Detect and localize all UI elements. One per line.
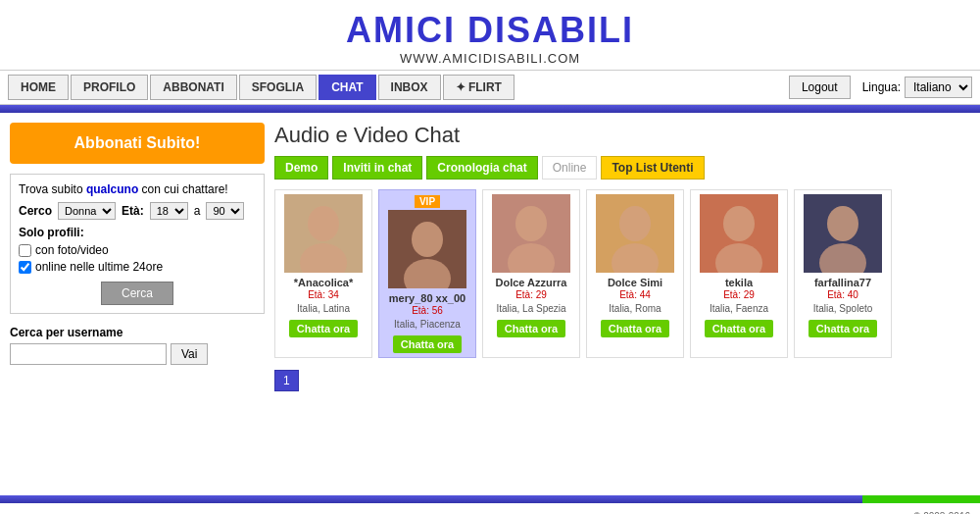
user-name-1: mery_80 xx_00: [383, 292, 471, 304]
tab-inviti[interactable]: Inviti in chat: [332, 156, 422, 180]
tab-cronologia[interactable]: Cronologia chat: [426, 156, 537, 180]
search-box: Trova subito qualcuno con cui chattare! …: [10, 174, 265, 314]
cerco-select[interactable]: Donna Uomo: [58, 202, 116, 220]
svg-point-7: [515, 206, 547, 241]
vai-button[interactable]: Vai: [171, 343, 208, 365]
search-intro: Trova subito qualcuno con cui chattare!: [19, 182, 256, 196]
tab-online[interactable]: Online: [542, 156, 598, 180]
filter-foto-label: con foto/video: [35, 243, 109, 257]
username-search: Cerca per username Vai: [10, 326, 265, 365]
user-info-4: Età: 29Italia, Faenza: [695, 288, 783, 316]
subscribe-button[interactable]: Abbonati Subito!: [10, 123, 265, 164]
lingua-select[interactable]: Italiano: [905, 77, 972, 98]
svg-point-16: [827, 206, 858, 241]
page-1[interactable]: 1: [274, 370, 299, 391]
user-card-1: VIP mery_80 xx_00 Età: 56Italia, Piacenz…: [378, 189, 476, 358]
user-name-5: farfallina77: [799, 277, 887, 288]
nav-flirt[interactable]: ✦ FLIRT: [443, 75, 514, 100]
user-photo-2: [492, 194, 570, 273]
username-search-label: Cerca per username: [10, 326, 265, 339]
green-bar: [862, 495, 980, 503]
eta-separator: a: [194, 204, 201, 218]
user-name-0: *Anacolica*: [279, 277, 368, 288]
filter-online-label: online nelle ultime 24ore: [35, 260, 163, 274]
solo-profili-label: Solo profili:: [19, 226, 256, 239]
nav-profilo[interactable]: PROFILO: [71, 75, 148, 100]
user-info-5: Età: 40Italia, Spoleto: [799, 288, 887, 316]
user-photo-0: [284, 194, 363, 273]
user-photo-4: [700, 194, 778, 273]
user-photo-3: [596, 194, 674, 273]
user-info-1: Età: 56Italia, Piacenza: [383, 304, 471, 332]
main-content: Audio e Video Chat Demo Inviti in chat C…: [274, 123, 970, 476]
svg-point-10: [619, 206, 651, 241]
eta-from-select[interactable]: 18 25: [150, 202, 188, 220]
user-card-0: *Anacolica* Età: 34Italia, Latina Chatta…: [274, 189, 372, 358]
site-title: AMICI DISABILI: [0, 10, 980, 51]
footer-stripe: [0, 495, 980, 503]
user-grid: *Anacolica* Età: 34Italia, Latina Chatta…: [274, 189, 970, 358]
footer-links: Chi Siamo | Termini e Condizioni | Priva…: [0, 503, 980, 514]
user-name-3: Dolce Simi: [591, 277, 679, 288]
tab-toplist[interactable]: Top List Utenti: [601, 156, 704, 180]
nav-inbox[interactable]: INBOX: [378, 75, 441, 100]
username-input[interactable]: [10, 343, 167, 365]
user-card-5: farfallina77 Età: 40Italia, Spoleto Chat…: [794, 189, 892, 358]
tabs: Demo Inviti in chat Cronologia chat Onli…: [274, 156, 970, 180]
eta-label: Età:: [122, 204, 144, 218]
user-name-4: tekila: [695, 277, 783, 288]
blue-stripe-top: [0, 105, 980, 113]
chatta-button-0[interactable]: Chatta ora: [289, 320, 358, 337]
chatta-button-4[interactable]: Chatta ora: [705, 320, 773, 337]
lingua-label: Lingua:: [862, 80, 901, 94]
chatta-button-1[interactable]: Chatta ora: [393, 335, 462, 353]
navigation: HOME PROFILO ABBONATI SFOGLIA CHAT INBOX…: [0, 70, 980, 105]
user-name-2: Dolce Azzurra: [487, 277, 575, 288]
user-photo-1: [388, 210, 466, 288]
page-title: Audio e Video Chat: [274, 123, 970, 148]
user-card-3: Dolce Simi Età: 44Italia, Roma Chatta or…: [586, 189, 684, 358]
eta-to-select[interactable]: 90 80: [206, 202, 244, 220]
svg-point-1: [308, 206, 339, 241]
nav-sfoglia[interactable]: SFOGLIA: [239, 75, 317, 100]
user-card-2: Dolce Azzurra Età: 29Italia, La Spezia C…: [482, 189, 580, 358]
user-photo-5: [804, 194, 882, 273]
filter-online-checkbox[interactable]: [19, 261, 31, 274]
filter-foto-checkbox[interactable]: [19, 244, 31, 257]
vip-badge: VIP: [415, 195, 440, 208]
site-url: WWW.AMICIDISABILI.COM: [0, 51, 980, 66]
cerca-button[interactable]: Cerca: [101, 282, 173, 305]
user-info-2: Età: 29Italia, La Spezia: [487, 288, 575, 316]
nav-chat[interactable]: CHAT: [318, 75, 375, 100]
user-card-4: tekila Età: 29Italia, Faenza Chatta ora: [690, 189, 788, 358]
nav-home[interactable]: HOME: [8, 75, 69, 100]
chatta-button-2[interactable]: Chatta ora: [497, 320, 565, 337]
logout-button[interactable]: Logout: [789, 76, 851, 99]
cerco-label: Cerco: [19, 204, 52, 218]
pagination: 1: [274, 370, 970, 391]
tab-demo[interactable]: Demo: [274, 156, 328, 180]
sidebar: Abbonati Subito! Trova subito qualcuno c…: [10, 123, 265, 476]
svg-point-13: [723, 206, 755, 241]
svg-point-4: [412, 222, 443, 257]
user-info-3: Età: 44Italia, Roma: [591, 288, 679, 316]
nav-abbonati[interactable]: ABBONATI: [150, 75, 236, 100]
chatta-button-5[interactable]: Chatta ora: [808, 320, 877, 337]
user-info-0: Età: 34Italia, Latina: [279, 288, 368, 316]
chatta-button-3[interactable]: Chatta ora: [601, 320, 669, 337]
